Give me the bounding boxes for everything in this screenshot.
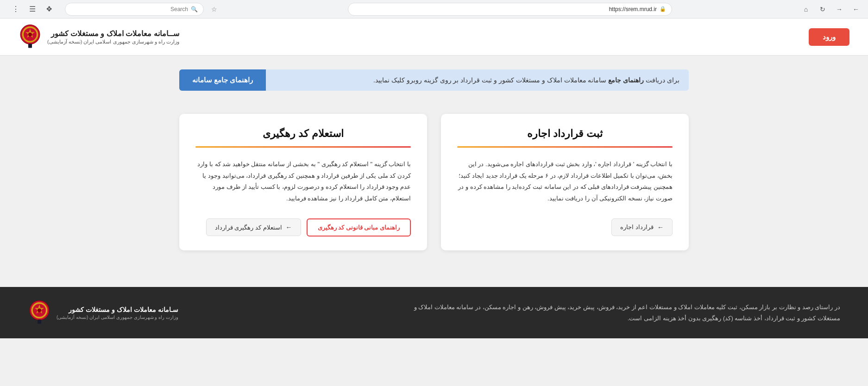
tracking-arrow-icon: ← xyxy=(286,224,292,231)
bookmarks-button[interactable]: ☰ xyxy=(26,3,39,16)
extensions-button[interactable]: ❖ xyxy=(43,3,56,16)
footer-emblem xyxy=(28,300,51,325)
site-footer: در راستای رصد و نظارت بر بازار مسکن، ثبت… xyxy=(0,287,868,338)
browser-actions: ❖ ☰ ⋮ xyxy=(9,3,56,16)
url-text: https://srem.mrud.ir xyxy=(609,6,657,12)
header-title-area: ســامانه معاملات املاک و مستغلات کشور وز… xyxy=(47,29,179,45)
rent-contract-button-label: قرارداد اجاره xyxy=(620,224,654,230)
home-button[interactable]: ⌂ xyxy=(799,3,812,16)
tracking-inquiry-title: استعلام کد رهگیری xyxy=(195,128,411,140)
login-button[interactable]: ورود xyxy=(809,28,849,46)
rent-contract-card: ثبت قرارداد اجاره با انتخاب گزینه ' قرار… xyxy=(441,114,689,250)
svg-point-8 xyxy=(38,309,41,312)
rent-contract-button[interactable]: ← قرارداد اجاره xyxy=(611,218,673,236)
svg-rect-4 xyxy=(28,44,32,48)
main-content: برای دریافت راهنمای جامع سامانه معاملات … xyxy=(0,56,868,287)
tracking-inquiry-body: با انتخاب گزینه " استعلام کد رهگیری " به… xyxy=(195,159,411,205)
footer-text-line1: در راستای رصد و نظارت بر بازار مسکن، ثبت… xyxy=(197,302,840,312)
svg-point-3 xyxy=(28,33,32,37)
site-emblem xyxy=(19,24,42,50)
header-logo-area: ســامانه معاملات املاک و مستغلات کشور وز… xyxy=(19,24,179,50)
rent-contract-divider xyxy=(457,146,673,148)
search-placeholder: Search xyxy=(170,6,188,12)
cards-container: ثبت قرارداد اجاره با انتخاب گزینه ' قرار… xyxy=(179,114,689,250)
guide-banner-button[interactable]: راهنمای جامع سامانه xyxy=(179,69,266,91)
footer-text-line2: مستغلات کشور و ثبت قرارداد، أخذ شناسه (ک… xyxy=(197,313,840,324)
menu-button[interactable]: ⋮ xyxy=(9,3,22,16)
tracking-inquiry-divider xyxy=(195,146,411,148)
guide-banner-text: برای دریافت راهنمای جامع سامانه معاملات … xyxy=(266,69,689,91)
guide-banner-text-content: برای دریافت راهنمای جامع سامانه معاملات … xyxy=(373,76,679,84)
header-title-main: ســامانه معاملات املاک و مستغلات کشور xyxy=(47,29,179,39)
rent-contract-actions: ← قرارداد اجاره xyxy=(457,218,673,236)
search-icon: 🔍 xyxy=(191,6,198,12)
svg-rect-9 xyxy=(38,320,41,324)
refresh-button[interactable]: ↻ xyxy=(816,3,829,16)
search-bar[interactable]: 🔍 Search xyxy=(65,3,204,16)
rent-contract-title: ثبت قرارداد اجاره xyxy=(457,128,673,140)
site-header: ورود ســامانه معاملات املاک و مستغلات کش… xyxy=(0,19,868,56)
footer-title-sub: وزارت راه و شهرسازی جمهوری اسلامی ایران … xyxy=(57,315,178,320)
back-button[interactable]: ← xyxy=(849,3,862,16)
rent-arrow-icon: ← xyxy=(657,224,664,231)
tracking-inquiry-card: استعلام کد رهگیری با انتخاب گزینه " استع… xyxy=(179,114,427,250)
address-bar[interactable]: 🔒 https://srem.mrud.ir xyxy=(348,3,672,16)
security-icon: 🔒 xyxy=(660,6,666,12)
footer-text-area: در راستای رصد و نظارت بر بازار مسکن، ثبت… xyxy=(197,302,840,324)
bookmark-button[interactable]: ☆ xyxy=(208,3,220,16)
forward-button[interactable]: → xyxy=(833,3,846,16)
legal-guide-button[interactable]: راهنمای مبانی قانونی کد رهگیری xyxy=(307,218,411,237)
tracking-inquiry-actions: راهنمای مبانی قانونی کد رهگیری ← استعلام… xyxy=(195,218,411,237)
footer-title-main: سـامانه معاملات املاک و مستغلات کشور xyxy=(57,305,178,315)
footer-title-area: سـامانه معاملات املاک و مستغلات کشور وزا… xyxy=(57,305,178,320)
footer-logo-area: سـامانه معاملات املاک و مستغلات کشور وزا… xyxy=(28,300,178,325)
tracking-inquiry-button[interactable]: ← استعلام کد رهگیری قرارداد xyxy=(206,218,301,236)
tracking-inquiry-button-label: استعلام کد رهگیری قرارداد xyxy=(215,224,282,231)
rent-contract-body: با انتخاب گزینه ' قرارداد اجاره '، وارد … xyxy=(457,159,673,205)
browser-chrome: ← → ↻ ⌂ 🔒 https://srem.mrud.ir ☆ 🔍 Searc… xyxy=(0,0,868,19)
header-title-sub: وزارت راه و شهرسازی جمهوری اسلامی ایران … xyxy=(47,39,179,45)
guide-banner: برای دریافت راهنمای جامع سامانه معاملات … xyxy=(179,69,689,91)
